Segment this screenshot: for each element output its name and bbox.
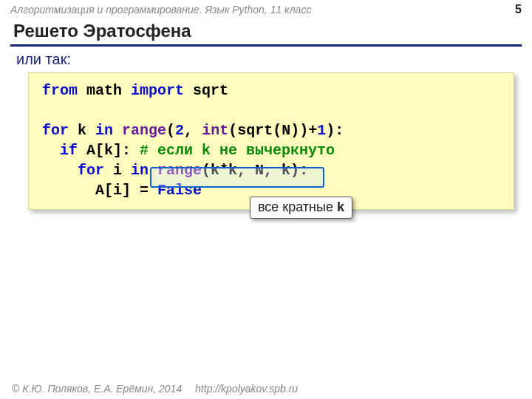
page-title: Решето Эратосфена — [13, 21, 519, 41]
ind4 — [42, 162, 78, 179]
footer: © К.Ю. Поляков, Е.А. Ерёмин, 2014 http:/… — [12, 383, 298, 395]
callout-text: все кратные — [258, 200, 337, 214]
mid1: , — [184, 122, 202, 139]
kw-import: import — [131, 82, 184, 99]
t-i: i — [104, 162, 131, 179]
page-number: 5 — [515, 3, 522, 16]
header-bar: Алгоритмизация и программирование. Язык … — [0, 0, 532, 19]
code-block: from math import sqrt for k in range(2, … — [28, 72, 514, 210]
fn-int: int — [202, 122, 228, 139]
comment: # если k не вычеркнуто — [140, 142, 335, 159]
end1: ): — [326, 122, 344, 139]
course-line: Алгоритмизация и программирование. Язык … — [10, 4, 311, 16]
cond: A[k]: — [78, 142, 140, 159]
t-sqrt: sqrt — [184, 82, 228, 99]
t-math: math — [78, 82, 131, 99]
kw-for1: for — [42, 122, 69, 139]
t-k: k — [69, 122, 95, 139]
kw-from: from — [42, 82, 78, 99]
kw-in1: in — [95, 122, 113, 139]
sp1 — [113, 122, 122, 139]
callout-bold: k — [337, 200, 344, 214]
title-block: Решето Эратосфена — [0, 19, 532, 48]
body5: A[i] = — [95, 182, 157, 199]
fn-range1: range — [122, 122, 166, 139]
lit-1: 1 — [317, 122, 326, 139]
ind3 — [42, 142, 60, 159]
kw-for2: for — [78, 162, 104, 179]
ind5 — [42, 182, 95, 199]
t-sqrtcall: (sqrt(N))+ — [228, 122, 317, 139]
title-rule — [10, 44, 522, 47]
slide: Алгоритмизация и программирование. Язык … — [0, 0, 532, 399]
code-wrap: from math import sqrt for k in range(2, … — [28, 72, 514, 210]
kw-in2: in — [131, 162, 149, 179]
kw-if: if — [60, 142, 78, 159]
callout-box: все кратные k — [250, 197, 352, 219]
p1: ( — [166, 122, 175, 139]
highlight-box — [150, 167, 324, 188]
footer-copyright: © К.Ю. Поляков, Е.А. Ерёмин, 2014 — [12, 383, 182, 395]
lit-2: 2 — [175, 122, 184, 139]
footer-url: http://kpolyakov.spb.ru — [195, 383, 298, 395]
subtitle: или так: — [0, 48, 532, 71]
